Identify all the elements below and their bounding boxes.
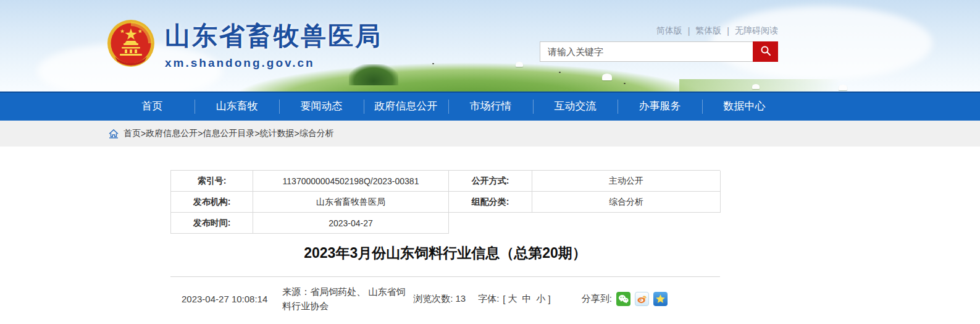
view-count-value: 13 xyxy=(455,293,466,304)
breadcrumb-separator: > xyxy=(254,129,259,139)
index-number-label: 索引号: xyxy=(171,171,253,192)
header-photo-cattle xyxy=(559,72,561,73)
breadcrumb: 首页 > 政府信息公开 > 信息公开目录 > 统计数据 > 综合分析 xyxy=(0,121,980,147)
nav-item-news[interactable]: 要闻动态 xyxy=(279,93,364,121)
site-title: 山东省畜牧兽医局 xyxy=(165,19,382,53)
breadcrumb-item-current: 综合分析 xyxy=(299,128,334,139)
link-accessibility[interactable]: 无障碍阅读 xyxy=(735,25,778,36)
document-info-table: 索引号: 11370000004502198Q/2023-00381 公开方式:… xyxy=(170,170,720,234)
site-logo[interactable]: 山东省畜牧兽医局 xm.shandong.gov.cn xyxy=(106,19,382,70)
table-empty-area xyxy=(449,213,721,234)
search-input[interactable] xyxy=(540,41,753,62)
header-photo-cattle xyxy=(624,83,626,84)
site-url: xm.shandong.gov.cn xyxy=(165,56,382,70)
article-source: 来源：省局饲药处、 山东省饲料行业协会 xyxy=(282,284,409,313)
home-icon xyxy=(109,129,119,139)
nav-item-data-center[interactable]: 数据中心 xyxy=(702,93,787,121)
page-title: 2023年3月份山东饲料行业信息（总第20期） xyxy=(170,244,720,263)
header-photo-yurt xyxy=(752,84,760,89)
share-label: 分享到: xyxy=(582,293,612,305)
publish-method-value: 主动公开 xyxy=(532,171,721,192)
wechat-share-icon[interactable] xyxy=(616,292,630,306)
header-photo-grass xyxy=(679,79,840,92)
search-bar xyxy=(540,41,778,62)
breadcrumb-item-gov-info[interactable]: 政府信息公开 xyxy=(146,128,198,139)
header-photo-yurt xyxy=(516,62,523,67)
search-button[interactable] xyxy=(753,41,778,62)
main-nav: 首页 山东畜牧 要闻动态 政府信息公开 市场行情 互动交流 办事服务 数据中心 xyxy=(0,92,980,121)
link-separator: | xyxy=(688,26,690,36)
breadcrumb-separator: > xyxy=(295,129,299,139)
font-size-small[interactable]: 小 xyxy=(537,293,546,305)
font-size-control: 字体: [ 大 中 小 ] xyxy=(478,293,551,305)
view-count-label: 浏览次数: xyxy=(413,293,453,304)
category-value: 综合分析 xyxy=(532,192,721,213)
font-size-large[interactable]: 大 xyxy=(508,293,517,305)
article-meta: 2023-04-27 10:08:14 来源：省局饲药处、 山东省饲料行业协会 … xyxy=(170,284,720,313)
header-photo-yurt xyxy=(602,74,612,80)
link-traditional-chinese[interactable]: 繁体版 xyxy=(695,25,721,36)
share-bar: 分享到: xyxy=(582,292,668,306)
title-divider xyxy=(170,276,720,277)
category-label: 组配分类: xyxy=(449,192,532,213)
breadcrumb-item-statistics[interactable]: 统计数据 xyxy=(260,128,295,139)
publish-method-label: 公开方式: xyxy=(449,171,532,192)
publish-org-label: 发布机构: xyxy=(171,192,253,213)
index-number-value: 11370000004502198Q/2023-00381 xyxy=(253,171,449,192)
breadcrumb-item-directory[interactable]: 信息公开目录 xyxy=(203,128,254,139)
publish-date-value: 2023-04-27 xyxy=(253,213,449,234)
publish-org-value: 山东省畜牧兽医局 xyxy=(253,192,449,213)
publish-date-label: 发布时间: xyxy=(171,213,253,234)
font-bracket-open: [ xyxy=(503,294,505,304)
nav-item-interaction[interactable]: 互动交流 xyxy=(533,93,618,121)
nav-item-services[interactable]: 办事服务 xyxy=(618,93,702,121)
link-separator: | xyxy=(727,26,729,36)
font-bracket-close: ] xyxy=(548,294,551,304)
view-count: 浏览次数:13 xyxy=(413,293,466,305)
national-emblem-icon xyxy=(106,19,156,70)
nav-item-gov-info[interactable]: 政府信息公开 xyxy=(364,93,448,121)
nav-item-shandong-xumu[interactable]: 山东畜牧 xyxy=(195,93,279,121)
publish-timestamp: 2023-04-27 10:08:14 xyxy=(182,294,267,304)
header-photo-yurt xyxy=(839,85,847,90)
link-simplified-chinese[interactable]: 简体版 xyxy=(656,25,682,36)
nav-item-market[interactable]: 市场行情 xyxy=(448,93,533,121)
font-size-label: 字体: xyxy=(478,293,499,305)
site-header: 山东省畜牧兽医局 xm.shandong.gov.cn 简体版 | 繁体版 | … xyxy=(0,0,980,92)
qzone-share-icon[interactable] xyxy=(653,292,668,306)
header-photo-cattle xyxy=(432,63,434,64)
breadcrumb-separator: > xyxy=(141,129,146,139)
nav-item-home[interactable]: 首页 xyxy=(110,93,195,121)
top-utility-links: 简体版 | 繁体版 | 无障碍阅读 xyxy=(656,25,778,36)
breadcrumb-item-home[interactable]: 首页 xyxy=(124,128,141,139)
font-size-medium[interactable]: 中 xyxy=(522,293,532,305)
weibo-share-icon[interactable] xyxy=(635,292,649,306)
article-detail: 索引号: 11370000004502198Q/2023-00381 公开方式:… xyxy=(170,170,720,313)
search-icon xyxy=(760,45,771,58)
